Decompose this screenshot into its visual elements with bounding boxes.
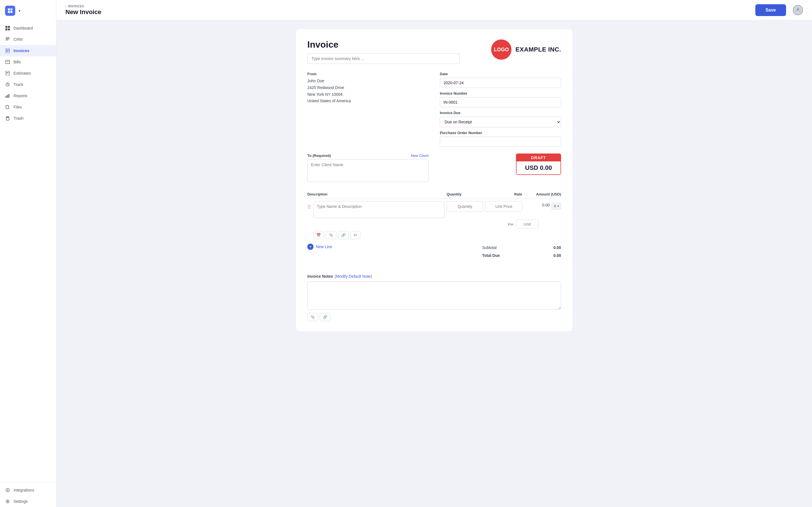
save-button[interactable]: Save <box>755 4 786 16</box>
app-logo-icon <box>5 6 15 16</box>
sidebar-item-bills[interactable]: Bills <box>0 56 56 68</box>
sidebar-item-estimates[interactable]: Estimates <box>0 68 56 79</box>
breadcrumb-link[interactable]: INVOICES <box>68 4 84 8</box>
notes-link-btn[interactable]: 🔗 <box>320 313 331 321</box>
logo-section: LOGO EXAMPLE INC. <box>491 40 561 60</box>
purchase-order-input[interactable] <box>440 136 561 147</box>
sidebar-item-dashboard[interactable]: Dashboard <box>0 22 56 34</box>
unit-input[interactable] <box>516 220 539 229</box>
line-items-header: Description Quantity Rate Amount (USD) <box>307 190 561 199</box>
sidebar-item-label: Bills <box>13 60 21 64</box>
new-line-button[interactable]: + New Line <box>307 244 332 250</box>
svg-rect-22 <box>7 95 8 98</box>
notes-attachment-icon: 📎 <box>310 315 315 319</box>
bottom-row: + New Line Subtotal 0.00 Total Due 0.00 <box>307 244 561 267</box>
notes-toolbar: 📎 🔗 <box>307 313 561 321</box>
col-description-header: Description <box>307 192 444 196</box>
attachment-icon: 📎 <box>329 233 333 237</box>
sidebar-item-label: Settings <box>13 499 28 504</box>
svg-rect-2 <box>8 11 10 13</box>
totals-section: Subtotal 0.00 Total Due 0.00 <box>482 244 561 260</box>
modify-note-link[interactable]: (Modify Default Note) <box>335 274 372 279</box>
invoice-title: Invoice <box>307 40 491 50</box>
gear-button[interactable]: ⚙ ▾ <box>552 203 561 210</box>
integrations-icon <box>5 488 10 493</box>
sidebar-item-reports[interactable]: Reports <box>0 90 56 101</box>
date-label: Date <box>440 72 561 76</box>
svg-rect-12 <box>6 50 9 50</box>
sidebar-item-crm[interactable]: CRM <box>0 34 56 45</box>
app-chevron-icon: ▾ <box>18 9 20 13</box>
notes-attachment-btn[interactable]: 📎 <box>307 313 318 321</box>
link-toolbar-btn[interactable]: 🔗 <box>338 231 349 239</box>
sidebar-item-label: CRM <box>13 37 22 42</box>
page-title: New Invoice <box>65 8 101 16</box>
col-rate-header: Rate <box>486 192 522 196</box>
new-client-link[interactable]: New Client <box>411 154 428 158</box>
sidebar-item-label: Files <box>13 105 22 109</box>
company-logo: LOGO <box>491 40 511 60</box>
invoice-number-input[interactable] <box>440 97 561 107</box>
from-section: From John Doe 2425 Redwood Drive New Yor… <box>307 72 428 147</box>
invoice-summary-input[interactable] <box>307 53 460 64</box>
attachment-toolbar-btn[interactable]: 📎 <box>326 231 336 239</box>
sidebar-item-integrations[interactable]: Integrations <box>0 485 56 496</box>
main-area: ‹ INVOICES New Invoice Save Invoice <box>56 0 812 507</box>
svg-point-27 <box>7 501 8 502</box>
notes-textarea[interactable] <box>307 281 561 309</box>
svg-rect-15 <box>6 60 10 64</box>
sidebar-logo[interactable]: ▾ <box>0 0 56 22</box>
new-line-label: New Line <box>316 244 332 249</box>
svg-rect-13 <box>6 50 9 51</box>
quantity-input[interactable] <box>447 201 483 212</box>
col-quantity-header: Quantity <box>447 192 483 196</box>
line-item-inputs: 0.00 ⚙ ▾ <box>313 201 561 218</box>
topbar: ‹ INVOICES New Invoice Save <box>56 0 812 20</box>
subtotal-row: Subtotal 0.00 <box>482 244 561 251</box>
sidebar-item-settings[interactable]: Settings <box>0 496 56 507</box>
from-country: United States of America <box>307 98 428 105</box>
user-avatar[interactable] <box>793 5 803 15</box>
purchase-order-label: Purchase Order Number <box>440 131 561 135</box>
to-textarea[interactable] <box>307 159 428 182</box>
invoice-due-select[interactable]: Due on Receipt Net 15 Net 30 Net 60 Cust… <box>440 117 561 127</box>
invoice-due-field: Invoice Due Due on Receipt Net 15 Net 30… <box>440 111 561 127</box>
sidebar-item-trash[interactable]: Trash <box>0 113 56 124</box>
tag-toolbar-btn[interactable]: 🏷 <box>350 231 360 239</box>
breadcrumb[interactable]: ‹ INVOICES <box>65 4 101 8</box>
from-label: From <box>307 72 428 76</box>
draft-badge: DRAFT <box>516 154 560 161</box>
svg-rect-18 <box>6 72 9 73</box>
rate-input[interactable] <box>486 201 522 212</box>
right-column: Date Invoice Number Invoice Due Due on R… <box>440 72 561 147</box>
sidebar-item-label: Invoices <box>13 48 29 53</box>
sidebar-item-invoices[interactable]: Invoices <box>0 45 56 56</box>
amount-value: 0.00 <box>536 203 550 207</box>
link-icon: 🔗 <box>341 233 346 237</box>
calendar-toolbar-btn[interactable]: 📅 <box>313 231 324 239</box>
to-label: To (Required) <box>307 154 331 158</box>
date-field: Date <box>440 72 561 88</box>
per-unit-row: Per <box>313 220 561 229</box>
calendar-icon: 📅 <box>316 233 321 237</box>
sidebar-item-track[interactable]: Track <box>0 79 56 90</box>
from-name: John Doe <box>307 78 428 84</box>
settings-icon <box>5 499 10 504</box>
back-arrow-icon: ‹ <box>65 4 66 8</box>
notes-section: Invoice Notes (Modify Default Note) 📎 🔗 <box>307 274 561 321</box>
date-input[interactable] <box>440 78 561 88</box>
amount-col: 0.00 ⚙ ▾ <box>524 201 561 210</box>
svg-rect-19 <box>6 73 8 73</box>
invoice-number-label: Invoice Number <box>440 91 561 96</box>
svg-rect-6 <box>5 29 7 31</box>
notes-header: Invoice Notes (Modify Default Note) <box>307 274 561 279</box>
svg-rect-14 <box>6 51 8 52</box>
plus-circle-icon: + <box>307 244 313 250</box>
sidebar-item-label: Integrations <box>13 488 34 492</box>
sidebar-item-files[interactable]: Files <box>0 101 56 113</box>
description-input[interactable] <box>313 201 444 218</box>
sidebar: ▾ Dashboard CRM Invoices Bills Estimates <box>0 0 56 507</box>
drag-handle-icon[interactable]: ⠿ <box>307 201 311 210</box>
svg-rect-0 <box>8 8 10 10</box>
bills-icon <box>5 59 10 64</box>
